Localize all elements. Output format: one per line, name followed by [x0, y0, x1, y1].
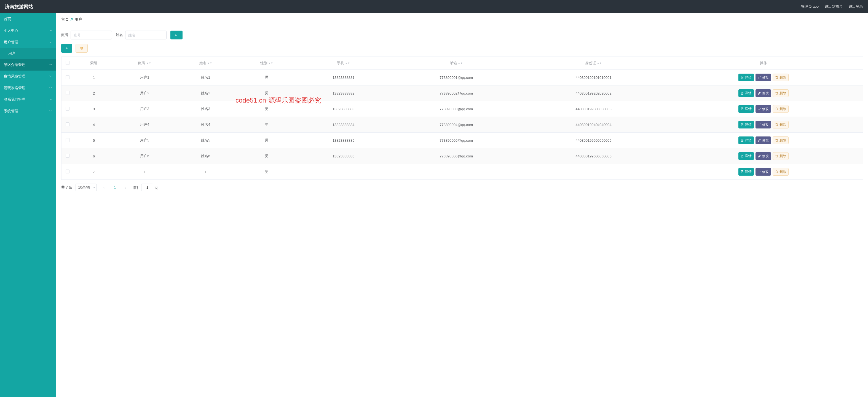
cell-idcard: 440300199404040004 [523, 117, 664, 132]
row-edit-button[interactable]: 修改 [755, 121, 771, 128]
col-gender[interactable]: 性别▲▼ [236, 57, 297, 70]
sort-icon: ▲▼ [345, 63, 350, 64]
row-checkbox[interactable] [66, 122, 69, 126]
chevron-down-icon: ﹀ [49, 109, 52, 113]
sidebar-item-contact[interactable]: 联系我们管理 ﹀ [0, 94, 56, 105]
row-edit-button[interactable]: 修改 [755, 105, 771, 113]
chevron-down-icon: ﹀ [49, 98, 52, 102]
sidebar-home[interactable]: 首页 [0, 13, 56, 25]
row-checkbox[interactable] [66, 170, 69, 174]
cell-actions: 详情修改删除 [664, 101, 863, 117]
row-detail-button[interactable]: 详情 [738, 136, 754, 144]
cell-account: 用户5 [114, 132, 175, 148]
pagination-prev-button[interactable]: ‹ [100, 184, 108, 191]
filter-name-input[interactable] [125, 31, 166, 39]
pagination-jump: 前往 页 [133, 184, 158, 191]
cell-gender: 男 [236, 148, 297, 164]
cell-actions: 详情修改删除 [664, 148, 863, 164]
cell-actions: 详情修改删除 [664, 86, 863, 101]
row-delete-button[interactable]: 删除 [773, 121, 788, 128]
pagination-jump-input[interactable] [141, 184, 153, 191]
row-edit-button[interactable]: 修改 [755, 73, 771, 81]
cell-email: 773890001@qq.com [390, 70, 523, 86]
trash-icon [775, 107, 778, 111]
row-checkbox[interactable] [66, 91, 69, 95]
cell-idcard: 440300199303030003 [523, 101, 664, 117]
row-delete-button[interactable]: 删除 [773, 73, 788, 81]
sort-icon: ▲▼ [597, 63, 602, 64]
col-name[interactable]: 姓名▲▼ [175, 57, 236, 70]
search-button[interactable] [170, 31, 183, 39]
row-delete-button[interactable]: 删除 [773, 105, 788, 113]
sidebar-item-label: 用户管理 [4, 40, 18, 45]
cell-gender: 男 [236, 101, 297, 117]
breadcrumb-root[interactable]: 首页 [61, 17, 69, 22]
row-detail-button[interactable]: 详情 [738, 73, 754, 81]
cell-phone: 13823888882 [297, 86, 390, 101]
row-detail-button[interactable]: 详情 [738, 89, 754, 97]
logout-link[interactable]: 退出登录 [849, 4, 863, 9]
row-checkbox[interactable] [66, 107, 69, 111]
sort-icon: ▲▼ [268, 63, 273, 64]
row-edit-button[interactable]: 修改 [755, 152, 771, 160]
row-detail-button[interactable]: 详情 [738, 168, 754, 176]
row-detail-button[interactable]: 详情 [738, 105, 754, 113]
row-delete-button[interactable]: 删除 [773, 168, 788, 176]
trash-icon [775, 170, 778, 174]
cell-phone: 13823888881 [297, 70, 390, 86]
cell-account: 1 [114, 164, 175, 180]
cell-index: 5 [73, 132, 115, 148]
batch-delete-button[interactable] [75, 44, 88, 53]
exit-to-front-link[interactable]: 退出到前台 [825, 4, 843, 9]
admin-label[interactable]: 管理员 abo [801, 4, 819, 9]
table-row: 711男详情修改删除 [61, 164, 863, 180]
content: 首页 // 用户 账号 姓名 [56, 13, 868, 397]
sidebar-item-guide[interactable]: 游玩攻略管理 ﹀ [0, 82, 56, 94]
cell-gender: 男 [236, 164, 297, 180]
pagination-pagesize-select[interactable]: 10条/页 ▾ [75, 184, 96, 191]
row-delete-button[interactable]: 删除 [773, 152, 788, 160]
sidebar-item-label: 联系我们管理 [4, 97, 25, 102]
pagination-current-page[interactable]: 1 [111, 186, 119, 190]
row-checkbox[interactable] [66, 138, 69, 142]
sidebar-home-label: 首页 [4, 17, 11, 22]
row-checkbox[interactable] [66, 75, 69, 79]
pagination-next-button[interactable]: › [122, 184, 130, 191]
cell-name: 姓名6 [175, 148, 236, 164]
cell-email: 773890004@qq.com [390, 117, 523, 132]
cell-email: 773890005@qq.com [390, 132, 523, 148]
col-email[interactable]: 邮箱▲▼ [390, 57, 523, 70]
cell-name: 姓名1 [175, 70, 236, 86]
cell-index: 3 [73, 101, 115, 117]
sidebar-subitem-user[interactable]: 用户 [0, 48, 56, 59]
chevron-down-icon: ﹀ [49, 29, 52, 33]
sidebar-item-profile[interactable]: 个人中心 ﹀ [0, 25, 56, 36]
sidebar-item-system[interactable]: 系统管理 ﹀ [0, 105, 56, 117]
row-detail-button[interactable]: 详情 [738, 152, 754, 160]
col-account[interactable]: 账号▲▼ [114, 57, 175, 70]
sidebar-item-user-manage[interactable]: 用户管理 ︿ [0, 36, 56, 48]
edit-icon [758, 123, 761, 126]
col-index[interactable]: 索引 [73, 57, 115, 70]
add-button[interactable] [61, 44, 72, 53]
cell-actions: 详情修改删除 [664, 70, 863, 86]
row-detail-button[interactable]: 详情 [738, 121, 754, 128]
cell-gender: 男 [236, 70, 297, 86]
col-phone[interactable]: 手机▲▼ [297, 57, 390, 70]
cell-account: 用户4 [114, 117, 175, 132]
sidebar-item-epidemic[interactable]: 疫情风险管理 ﹀ [0, 70, 56, 82]
topbar: 济南旅游网站 管理员 abo 退出到前台 退出登录 [0, 0, 868, 13]
row-edit-button[interactable]: 修改 [755, 89, 771, 97]
row-delete-button[interactable]: 删除 [773, 89, 788, 97]
row-checkbox[interactable] [66, 154, 69, 158]
row-edit-button[interactable]: 修改 [755, 168, 771, 176]
filter-account-input[interactable] [70, 31, 112, 39]
row-delete-button[interactable]: 删除 [773, 136, 788, 144]
col-idcard[interactable]: 身份证▲▼ [523, 57, 664, 70]
cell-gender: 男 [236, 132, 297, 148]
row-edit-button[interactable]: 修改 [755, 136, 771, 144]
cell-phone: 13823888885 [297, 132, 390, 148]
select-all-checkbox[interactable] [66, 61, 69, 65]
breadcrumb: 首页 // 用户 [61, 13, 863, 26]
sidebar-item-scenic[interactable]: 景区介绍管理 ﹀ [0, 59, 56, 70]
